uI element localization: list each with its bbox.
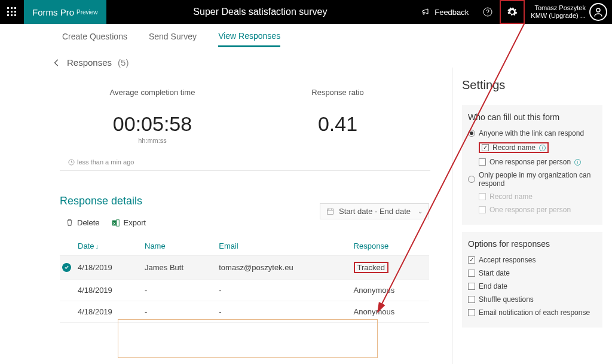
col-date[interactable]: Date↓ xyxy=(75,237,142,256)
stats-card: Average completion time 00:05:58 hh:mm:s… xyxy=(60,82,430,171)
cell-date: 4/18/2019 xyxy=(75,280,142,301)
user-org: KMW (Upgrade) ... xyxy=(531,12,586,20)
col-response[interactable]: Response xyxy=(351,237,429,256)
avg-time-value: 00:05:58 xyxy=(60,112,245,136)
svg-rect-16 xyxy=(328,209,333,214)
avg-time-label: Average completion time xyxy=(60,88,245,97)
response-tracked: Tracked xyxy=(354,262,388,273)
who-can-fill-group: Who can fill out this form Anyone with t… xyxy=(462,105,602,225)
checkbox-record-name-org: Record name xyxy=(468,190,596,203)
radio-icon xyxy=(468,176,475,183)
info-icon[interactable]: i xyxy=(539,145,546,151)
ratio-label: Response ratio xyxy=(245,88,430,97)
brand-label: Forms Pro xyxy=(32,7,74,17)
person-icon xyxy=(593,7,604,17)
info-icon[interactable]: i xyxy=(574,159,581,166)
date-range-picker[interactable]: Start date - End date ⌄ xyxy=(320,203,429,219)
checkbox-icon xyxy=(479,158,486,166)
checkbox-accept-responses[interactable]: Accept responses xyxy=(468,253,596,267)
checkbox-icon xyxy=(468,309,475,316)
checkbox-one-per-person[interactable]: One response per person i xyxy=(468,155,596,169)
settings-panel: Settings Who can fill out this form Anyo… xyxy=(452,68,612,364)
checkbox-icon xyxy=(468,283,475,290)
date-range-label: Start date - End date xyxy=(339,207,411,216)
svg-rect-4 xyxy=(11,11,13,13)
who-can-fill-title: Who can fill out this form xyxy=(468,112,596,122)
export-button[interactable]: X Export xyxy=(106,216,152,230)
col-email[interactable]: Email xyxy=(216,237,351,256)
calendar-icon xyxy=(326,207,334,215)
checkbox-record-name[interactable]: Record name i xyxy=(479,142,549,153)
checkbox-icon xyxy=(479,193,486,200)
user-name: Tomasz Poszytek xyxy=(531,4,586,12)
breadcrumb-label: Responses xyxy=(67,57,112,68)
ratio-value: 0.41 xyxy=(245,112,430,136)
cell-email: - xyxy=(216,280,351,301)
settings-button[interactable] xyxy=(500,0,525,24)
app-launcher-button[interactable] xyxy=(0,0,24,24)
svg-rect-7 xyxy=(11,14,13,16)
svg-rect-15 xyxy=(116,219,118,226)
back-icon xyxy=(53,59,61,67)
checkbox-icon xyxy=(482,144,489,151)
annotation-anonymous-highlight xyxy=(118,319,378,358)
sort-desc-icon: ↓ xyxy=(95,243,99,250)
delete-button[interactable]: Delete xyxy=(60,216,106,230)
svg-point-11 xyxy=(596,8,600,12)
col-name[interactable]: Name xyxy=(142,237,216,256)
brand-suffix: Preview xyxy=(76,9,98,16)
tab-send-survey[interactable]: Send Survey xyxy=(149,26,197,46)
checkbox-shuffle[interactable]: Shuffle questions xyxy=(468,293,596,306)
tab-view-responses[interactable]: View Responses xyxy=(218,25,280,47)
checkbox-email-notification[interactable]: Email notification of each response xyxy=(468,306,596,319)
svg-rect-5 xyxy=(14,11,16,13)
radio-icon xyxy=(468,130,475,137)
svg-rect-3 xyxy=(7,11,9,13)
avg-time-sub: hh:mm:ss xyxy=(60,137,245,144)
svg-rect-0 xyxy=(7,7,9,9)
cell-name: - xyxy=(142,280,216,301)
checkbox-icon xyxy=(468,270,475,277)
checkbox-start-date[interactable]: Start date xyxy=(468,267,596,280)
svg-rect-6 xyxy=(7,14,9,16)
breadcrumb[interactable]: Responses (5) xyxy=(0,48,612,68)
table-row[interactable]: 4/18/2019--Anonymous xyxy=(60,280,429,301)
checkmark-icon xyxy=(62,263,71,272)
checkbox-icon xyxy=(468,296,475,303)
checkbox-icon xyxy=(479,206,486,213)
delete-label: Delete xyxy=(77,218,100,227)
tab-create-questions[interactable]: Create Questions xyxy=(62,26,127,46)
user-menu[interactable]: Tomasz Poszytek KMW (Upgrade) ... xyxy=(525,3,612,21)
response-value: Anonymous xyxy=(354,307,395,316)
svg-rect-2 xyxy=(14,7,16,9)
options-responses-group: Options for responses Accept responses S… xyxy=(462,232,602,328)
brand[interactable]: Forms Pro Preview xyxy=(24,0,106,24)
table-row[interactable]: 4/18/2019James Butttomasz@poszytek.euTra… xyxy=(60,256,429,280)
checkbox-end-date[interactable]: End date xyxy=(468,280,596,293)
settings-title: Settings xyxy=(462,78,602,92)
svg-text:?: ? xyxy=(486,9,490,16)
cell-date: 4/18/2019 xyxy=(75,256,142,280)
help-button[interactable]: ? xyxy=(476,0,500,24)
radio-org-only[interactable]: Only people in my organization can respo… xyxy=(468,169,596,190)
survey-title: Super Deals satisfaction survey xyxy=(106,7,415,17)
excel-icon: X xyxy=(112,219,120,227)
export-label: Export xyxy=(124,218,146,227)
waffle-icon xyxy=(7,7,17,17)
megaphone-icon xyxy=(421,7,431,17)
cell-email: tomasz@poszytek.eu xyxy=(216,256,351,280)
svg-rect-8 xyxy=(14,14,16,16)
feedback-button[interactable]: Feedback xyxy=(414,0,476,24)
breadcrumb-count: (5) xyxy=(118,57,128,68)
avatar xyxy=(589,3,607,21)
responses-table: Date↓ Name Email Response 4/18/2019James… xyxy=(60,237,429,323)
options-title: Options for responses xyxy=(468,239,596,249)
stats-updated: less than a min ago xyxy=(77,158,134,166)
cell-name: James Butt xyxy=(142,256,216,280)
feedback-label: Feedback xyxy=(434,8,469,17)
gear-icon xyxy=(507,7,518,17)
response-value: Anonymous xyxy=(354,286,395,295)
radio-anyone[interactable]: Anyone with the link can respond xyxy=(468,127,596,140)
chevron-down-icon: ⌄ xyxy=(418,208,423,215)
svg-rect-1 xyxy=(11,7,13,9)
